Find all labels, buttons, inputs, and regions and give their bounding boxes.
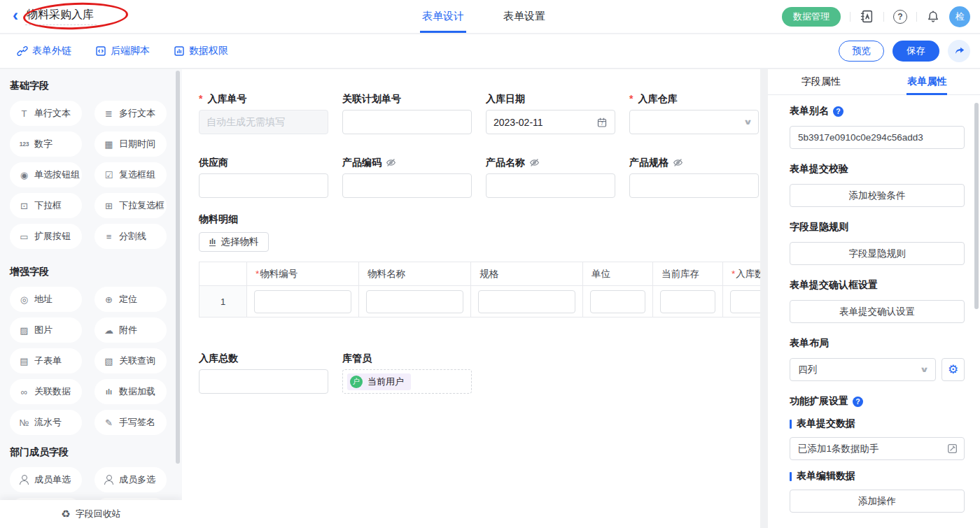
field-label: 入库总数: [199, 351, 328, 365]
chevron-down-icon: ∨: [920, 365, 929, 374]
inbound-qty-input[interactable]: [730, 290, 760, 313]
bell-icon[interactable]: [926, 10, 940, 24]
column-header: 入库数: [723, 262, 761, 286]
field-visibility-button[interactable]: 字段显隐规则: [790, 242, 965, 265]
column-header: 单位: [583, 262, 653, 286]
sidebar-item-attachment[interactable]: ☁附件: [94, 317, 167, 343]
sidebar-item-number[interactable]: 123数字: [10, 131, 82, 157]
submit-confirm-label: 表单提交确认框设置: [790, 279, 965, 292]
row-number-header: [200, 262, 247, 286]
contacts-icon[interactable]: [860, 9, 874, 24]
field-product-name: 产品名称: [486, 155, 615, 198]
tab-form-design[interactable]: 表单设计: [420, 0, 466, 33]
add-validation-button[interactable]: 添加校验条件: [790, 184, 965, 207]
back-button[interactable]: ‹: [13, 7, 18, 24]
help-icon[interactable]: ?: [893, 10, 907, 24]
field-label: 入库仓库: [629, 92, 759, 106]
sidebar-item-serial-number[interactable]: №流水号: [10, 410, 82, 435]
panel-scrollbar[interactable]: [974, 103, 979, 309]
material-code-input[interactable]: [254, 290, 351, 313]
sidebar-item-multi-line-text[interactable]: ≣多行文本: [94, 101, 167, 126]
field-recycle-bin[interactable]: ♻ 字段回收站: [0, 500, 182, 528]
unit-input[interactable]: [590, 290, 645, 313]
submit-data-box[interactable]: 已添加1条数据助手: [790, 437, 965, 460]
save-button[interactable]: 保存: [892, 41, 939, 62]
submit-confirm-button[interactable]: 表单提交确认设置: [790, 300, 965, 323]
preview-button[interactable]: 预览: [839, 41, 884, 62]
product-name-input[interactable]: [486, 173, 615, 198]
sidebar-item-single-line-text[interactable]: T单行文本: [10, 101, 82, 126]
avatar[interactable]: 检: [949, 6, 970, 27]
linked-data-icon: ∞: [18, 387, 31, 397]
product-code-input[interactable]: [342, 173, 472, 198]
sidebar-item-member-multi[interactable]: 成员多选: [94, 467, 167, 492]
sidebar-item-linked-data[interactable]: ∞关联数据: [10, 379, 82, 404]
data-permission-button[interactable]: 数据权限: [174, 45, 228, 57]
field-inbound-no: 入库单号 自动生成无需填写: [199, 92, 328, 134]
field-label: 供应商: [199, 155, 328, 169]
sidebar-item-extend-button[interactable]: ▭扩展按钮: [10, 224, 82, 249]
sidebar-item-address[interactable]: ◎地址: [10, 287, 82, 312]
calendar-icon: ▦: [102, 139, 115, 150]
multi-line-text-icon: ≣: [102, 108, 115, 119]
select-material-button[interactable]: ılı 选择物料: [199, 232, 269, 252]
sidebar-item-divider[interactable]: ≡分割线: [94, 224, 167, 249]
spec-input[interactable]: [478, 290, 575, 313]
sidebar-scrollbar[interactable]: [176, 71, 180, 464]
header-tabs: 表单设计 表单设置: [420, 0, 547, 33]
plan-no-input[interactable]: [342, 110, 472, 134]
serial-number-icon: №: [18, 418, 31, 428]
current-stock-input[interactable]: [660, 290, 715, 313]
submit-validation-label: 表单提交校验: [790, 163, 965, 176]
field-label: 入库单号: [199, 92, 328, 106]
sidebar-item-datetime[interactable]: ▦日期时间: [94, 131, 167, 157]
single-line-text-icon: T: [18, 108, 31, 119]
form-title[interactable]: 物料采购入库: [25, 8, 97, 25]
tab-form-settings[interactable]: 表单设置: [501, 0, 547, 33]
backend-script-button[interactable]: 后端脚本: [95, 45, 150, 57]
sidebar-item-location[interactable]: ⊕定位: [94, 287, 167, 312]
row-number-cell: 1: [200, 286, 247, 317]
inbound-date-input[interactable]: 2023-02-11 7: [486, 110, 615, 134]
layout-settings-button[interactable]: ⚙: [941, 358, 965, 381]
supplier-input[interactable]: [199, 173, 328, 198]
field-label: 产品规格: [629, 155, 759, 169]
tab-field-properties[interactable]: 字段属性: [768, 69, 874, 94]
data-manage-button[interactable]: 数据管理: [782, 7, 841, 27]
edit-icon[interactable]: [946, 443, 958, 455]
warehouse-select[interactable]: ∨: [629, 110, 759, 134]
inbound-total-input[interactable]: [199, 369, 328, 394]
subform-header-row: 物料编号 物料名称 规格 单位 当前库存 入库数: [200, 262, 761, 286]
help-icon[interactable]: ?: [853, 397, 863, 407]
link-icon: [17, 45, 28, 57]
sidebar-item-data-load[interactable]: ılı数据加载: [94, 379, 167, 404]
sidebar-item-subform[interactable]: ▤子表单: [10, 348, 82, 373]
product-spec-input[interactable]: [629, 173, 759, 198]
gear-icon: ⚙: [948, 362, 958, 377]
number-icon: 123: [18, 141, 31, 148]
eye-off-icon: [529, 157, 540, 168]
share-button[interactable]: [948, 40, 970, 62]
subform-title: 物料明细: [199, 212, 760, 226]
add-operation-button[interactable]: 添加操作: [790, 490, 965, 513]
inbound-no-input[interactable]: 自动生成无需填写: [199, 110, 328, 134]
layout-select[interactable]: 四列 ∨: [790, 358, 936, 381]
help-icon[interactable]: ?: [833, 106, 844, 117]
sidebar-item-signature[interactable]: ✎手写签名: [94, 410, 167, 435]
subform-data-row: 1: [200, 286, 761, 317]
sidebar-item-multi-dropdown[interactable]: ⊞下拉复选框: [94, 193, 167, 218]
external-link-button[interactable]: 表单外链: [17, 45, 71, 57]
sidebar-item-linked-query[interactable]: ▧关联查询: [94, 348, 167, 373]
sidebar-item-dropdown[interactable]: ⊡下拉框: [10, 193, 82, 218]
sidebar-item-radio-group[interactable]: ◉单选按钮组: [10, 162, 82, 187]
field-warehouse: 入库仓库 ∨: [629, 92, 759, 134]
person-icon: [19, 475, 29, 485]
sidebar-item-member-single[interactable]: 成员单选: [10, 467, 82, 492]
form-alias-input[interactable]: 5b3917e0910c0e294c56add3: [790, 126, 965, 149]
tab-form-properties[interactable]: 表单属性: [874, 69, 980, 94]
current-user-chip[interactable]: 户 当前用户: [347, 373, 411, 390]
sidebar-item-checkbox-group[interactable]: ☑复选框组: [94, 162, 167, 187]
material-name-input[interactable]: [366, 290, 463, 313]
keeper-member-field[interactable]: 户 当前用户: [342, 369, 472, 394]
sidebar-item-image[interactable]: ▨图片: [10, 317, 82, 343]
